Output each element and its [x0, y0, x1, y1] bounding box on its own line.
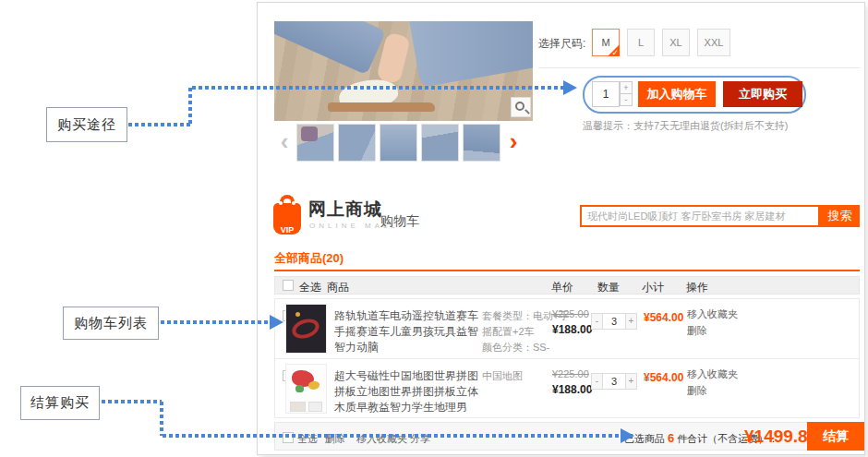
price-original: ¥225.00	[552, 368, 589, 379]
mall-logo-bag-icon: VIP	[273, 195, 301, 237]
cart-table-body: 路轨轨道车电动遥控轨道赛车手摇赛道车儿童男孩玩具益智智力动脑 套餐类型：电动+手…	[274, 298, 860, 418]
quantity-increase-icon[interactable]: +	[620, 81, 633, 94]
zoom-icon[interactable]	[511, 97, 531, 117]
tab-underline	[274, 270, 860, 271]
price-original: ¥225.00	[552, 308, 589, 319]
product-photo-race-track[interactable]	[285, 304, 327, 354]
arrow-head-icon	[270, 315, 283, 330]
carousel-next-icon[interactable]: ›	[505, 128, 522, 156]
price-current: ¥188.00	[552, 323, 592, 336]
header-subtotal: 小计	[642, 280, 664, 295]
return-policy-tip: 温馨提示：支持7天无理由退货(拆封后不支持)	[583, 119, 788, 133]
add-to-cart-button[interactable]: 加入购物车	[638, 81, 716, 107]
annotation-cart-list-label: 购物车列表	[74, 315, 148, 332]
search-button[interactable]: 搜索	[820, 205, 860, 227]
quantity-increase-icon[interactable]: +	[625, 373, 637, 390]
photo-sandal-shape	[328, 102, 435, 112]
arrow-line	[102, 400, 162, 403]
mall-name: 网上商城	[308, 198, 382, 222]
move-to-favorites-link[interactable]: 移入收藏夹	[687, 367, 738, 381]
size-option-l[interactable]: L	[627, 29, 655, 56]
search-input[interactable]	[580, 205, 820, 227]
shop-panel: ‹ › 选择尺码: M ✓ L XL XXL + - 加入购物车 立即购买 温馨…	[257, 2, 865, 455]
product-photo-map-puzzle[interactable]	[285, 364, 327, 414]
buy-now-button[interactable]: 立即购买	[723, 81, 802, 107]
select-all-checkbox[interactable]	[283, 280, 294, 291]
arrow-line	[161, 320, 270, 324]
checkout-button[interactable]: 结算	[807, 422, 864, 451]
annotation-purchase-path-label: 购买途径	[57, 116, 116, 134]
cart-table-header: 全选 商品 单价 数量 小计 操作	[274, 276, 860, 295]
cart-row-2: 超大号磁性中国地图世界拼图拼板立地图世界拼图拼板立体木质早教益智力学生地理男 中…	[275, 358, 859, 417]
price-current: ¥188.00	[552, 383, 592, 396]
arrow-head-icon	[621, 428, 634, 443]
annotation-cart-list: 购物车列表	[63, 307, 159, 340]
arrow-line	[128, 123, 191, 126]
row-subtotal: ¥564.00	[644, 311, 683, 324]
logo-vip-text: VIP	[273, 225, 301, 235]
photo-denim-shape	[407, 21, 533, 88]
thumbnail-5[interactable]	[463, 124, 500, 162]
selected-check-icon: ✓	[611, 48, 619, 57]
header-quantity: 数量	[597, 280, 620, 295]
arrow-line	[163, 434, 622, 438]
annotation-purchase-path: 购买途径	[46, 107, 127, 142]
quantity-stepper: + -	[620, 81, 633, 107]
delete-link[interactable]: 删除	[687, 324, 707, 338]
thumbnail-2[interactable]	[338, 124, 376, 162]
thumbnail-3[interactable]	[380, 124, 417, 162]
quantity-decrease-icon[interactable]: -	[620, 93, 633, 106]
section-divider	[538, 67, 860, 68]
row-subtotal: ¥564.00	[644, 371, 683, 384]
selected-count: 6	[668, 431, 674, 445]
arrow-line	[160, 402, 163, 436]
size-option-xl[interactable]: XL	[662, 29, 690, 56]
tab-all-products[interactable]: 全部商品(20)	[274, 250, 344, 267]
photo-denim-shape	[274, 21, 386, 75]
carousel-prev-icon[interactable]: ‹	[276, 128, 293, 156]
cart-row-1: 路轨轨道车电动遥控轨道赛车手摇赛道车儿童男孩玩具益智智力动脑 套餐类型：电动+手…	[275, 299, 859, 358]
row-quantity-stepper: - 3 +	[591, 373, 639, 390]
move-to-favorites-link[interactable]: 移入收藏夹	[687, 307, 738, 321]
annotation-checkout: 结算购买	[20, 386, 100, 420]
mockup-canvas: 购买途径 购物车列表 结算购买 ‹	[0, 0, 868, 457]
thumbnail-4[interactable]	[421, 124, 459, 162]
arrow-head-icon	[563, 80, 577, 95]
thumbnail-1[interactable]	[296, 124, 334, 162]
header-unit-price: 单价	[551, 280, 573, 295]
row-quantity-value[interactable]: 3	[602, 373, 626, 390]
quantity-increase-icon[interactable]: +	[625, 313, 637, 330]
product-title[interactable]: 路轨轨道车电动遥控轨道赛车手摇赛道车儿童男孩玩具益智智力动脑	[334, 308, 480, 355]
page-title: 购物车	[380, 213, 419, 230]
header-actions: 操作	[686, 280, 708, 295]
arrow-line	[188, 88, 192, 125]
annotation-checkout-label: 结算购买	[30, 394, 90, 412]
size-option-m[interactable]: M ✓	[592, 29, 620, 56]
row-quantity-value[interactable]: 3	[602, 313, 626, 330]
size-label: 选择尺码:	[538, 36, 585, 52]
delete-link[interactable]: 删除	[687, 384, 707, 398]
product-photo-jeans-sandal	[274, 21, 533, 121]
product-title[interactable]: 超大号磁性中国地图世界拼图拼板立地图世界拼图拼板立体木质早教益智力学生地理男	[334, 368, 480, 415]
row-quantity-stepper: - 3 +	[591, 313, 639, 330]
arrow-line	[192, 86, 563, 90]
quantity-input[interactable]	[592, 81, 620, 107]
size-option-xxl[interactable]: XXL	[697, 29, 730, 56]
header-select-all: 全选	[299, 280, 321, 295]
header-product: 商品	[327, 280, 349, 295]
